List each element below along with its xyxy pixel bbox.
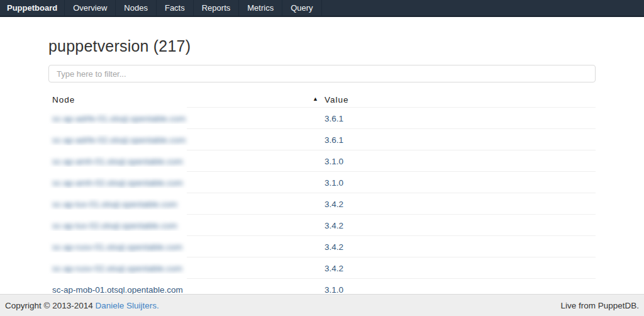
table-row: sc-ap-rusv-01.otsql.opentable.com 3.4.2	[48, 236, 596, 257]
node-cell: sc-ap-amh-02.otsql.opentable.com	[48, 177, 325, 188]
sort-ascending-icon: ▲	[313, 96, 318, 102]
node-link[interactable]: sc-ap-rusv-02.otsql.opentable.com	[52, 264, 182, 273]
table-body: sc-ap-adrfe-01.otsql.opentable.com 3.6.1…	[48, 108, 596, 300]
value-cell: 3.6.1	[325, 134, 596, 145]
navbar-item-query[interactable]: Query	[282, 0, 321, 16]
live-from-puppetdb-text: Live from PuppetDB.	[560, 301, 639, 310]
value-cell: 3.6.1	[325, 113, 596, 124]
value-cell: 3.4.2	[325, 241, 596, 252]
node-link[interactable]: sc-ap-amh-02.otsql.opentable.com	[52, 178, 183, 188]
navbar-item-facts[interactable]: Facts	[157, 0, 194, 16]
fact-value-link[interactable]: 3.6.1	[325, 114, 343, 123]
fact-value-link[interactable]: 3.1.0	[325, 157, 343, 166]
node-link[interactable]: sc-ap-lux-01.otsql.opentable.com	[52, 200, 177, 209]
node-link[interactable]: sc-ap-mob-01.otsql.opentable.com	[52, 285, 183, 295]
value-cell: 3.1.0	[325, 177, 596, 188]
fact-value-link[interactable]: 3.1.0	[325, 178, 343, 188]
navbar-item-metrics[interactable]: Metrics	[239, 0, 282, 16]
fact-value-link[interactable]: 3.4.2	[325, 200, 343, 209]
fact-value-link[interactable]: 3.1.0	[325, 285, 343, 295]
table-row: sc-ap-rusv-02.otsql.opentable.com 3.4.2	[48, 257, 596, 279]
table-header-row: Node ▲ Value	[48, 91, 596, 108]
top-navbar: Puppetboard Overview Nodes Facts Reports…	[0, 0, 644, 17]
column-header-node-label: Node	[52, 95, 75, 104]
node-link[interactable]: sc-ap-rusv-01.otsql.opentable.com	[52, 242, 182, 252]
fact-value-link[interactable]: 3.4.2	[325, 264, 343, 273]
main-content: puppetversion (217) Node ▲ Value sc-ap-a…	[48, 36, 596, 300]
table-row: sc-ap-lux-02.otsql.opentable.com 3.4.2	[48, 215, 596, 236]
table-row: sc-ap-lux-01.otsql.opentable.com 3.4.2	[48, 193, 596, 215]
navbar-item-nodes[interactable]: Nodes	[116, 0, 157, 16]
table-row: sc-ap-adrfe-02.otsql.opentable.com 3.6.1	[48, 129, 596, 150]
node-cell: sc-ap-lux-01.otsql.opentable.com	[48, 198, 325, 210]
table-row: sc-ap-adrfe-01.otsql.opentable.com 3.6.1	[48, 108, 596, 129]
node-cell: sc-ap-adrfe-01.otsql.opentable.com	[48, 113, 325, 124]
value-cell: 3.4.2	[325, 198, 596, 210]
value-cell: 3.4.2	[325, 262, 596, 274]
fact-value-link[interactable]: 3.4.2	[325, 242, 343, 252]
node-link[interactable]: sc-ap-lux-02.otsql.opentable.com	[52, 221, 177, 230]
navbar-item-overview[interactable]: Overview	[65, 0, 116, 16]
node-link[interactable]: sc-ap-amh-01.otsql.opentable.com	[52, 157, 183, 166]
node-cell: sc-ap-amh-01.otsql.opentable.com	[48, 155, 325, 167]
node-cell: sc-ap-lux-02.otsql.opentable.com	[48, 220, 325, 231]
copyright-prefix: Copyright © 2013-2014	[5, 301, 96, 310]
value-cell: 3.4.2	[325, 220, 596, 231]
page-title: puppetversion (217)	[48, 36, 596, 57]
node-cell: sc-ap-adrfe-02.otsql.opentable.com	[48, 134, 325, 145]
table-row: sc-ap-amh-01.otsql.opentable.com 3.1.0	[48, 150, 596, 172]
column-header-value[interactable]: Value	[325, 95, 596, 104]
node-link[interactable]: sc-ap-adrfe-02.otsql.opentable.com	[52, 135, 186, 145]
fact-table: Node ▲ Value sc-ap-adrfe-01.otsql.openta…	[48, 91, 596, 300]
node-link[interactable]: sc-ap-adrfe-01.otsql.opentable.com	[52, 114, 186, 123]
filter-input[interactable]	[48, 65, 596, 82]
node-cell: sc-ap-rusv-01.otsql.opentable.com	[48, 241, 325, 252]
fact-value-link[interactable]: 3.4.2	[325, 221, 343, 230]
fact-value-link[interactable]: 3.6.1	[325, 135, 343, 145]
value-cell: 3.1.0	[325, 155, 596, 167]
author-link[interactable]: Daniele Sluijters.	[96, 301, 159, 310]
page-footer: Copyright © 2013-2014 Daniele Sluijters.…	[0, 294, 644, 316]
column-header-node[interactable]: Node ▲	[48, 95, 325, 104]
navbar-brand-puppetboard[interactable]: Puppetboard	[0, 0, 65, 16]
table-row: sc-ap-amh-02.otsql.opentable.com 3.1.0	[48, 172, 596, 193]
copyright-text: Copyright © 2013-2014 Daniele Sluijters.	[5, 301, 159, 310]
navbar-item-reports[interactable]: Reports	[194, 0, 240, 16]
navbar-items: Overview Nodes Facts Reports Metrics Que…	[65, 0, 321, 16]
node-cell: sc-ap-rusv-02.otsql.opentable.com	[48, 262, 325, 274]
